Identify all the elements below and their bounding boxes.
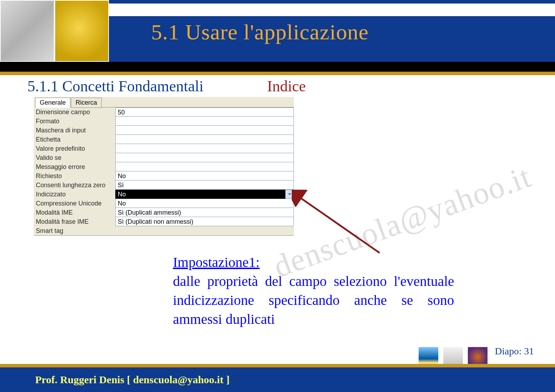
property-label: Consenti lunghezza zero xyxy=(34,181,115,190)
property-value[interactable]: Sì (Duplicati ammessi) xyxy=(115,208,294,217)
property-label: Valido se xyxy=(34,153,115,162)
property-row: IndicizzatoNo xyxy=(34,190,294,199)
diapo-number: 31 xyxy=(524,346,534,357)
explanation-body: dalle proprietà del campo seleziono l'ev… xyxy=(173,273,454,327)
diapo-label: Diapo: xyxy=(495,346,522,357)
tab-search[interactable]: Ricerca xyxy=(71,98,102,108)
property-label: Indicizzato xyxy=(34,190,115,199)
pane-tabs: Generale Ricerca xyxy=(34,97,294,107)
footer-blue-bar: Prof. Ruggeri Denis [ denscuola@yahoo.it… xyxy=(0,367,555,392)
property-label: Messaggio errore xyxy=(34,162,115,171)
header-gold-stripe xyxy=(0,72,555,75)
property-row: Smart tag xyxy=(34,226,294,235)
property-label: Compressione Unicode xyxy=(34,199,115,208)
property-value[interactable] xyxy=(115,135,294,144)
property-row: Maschera di input xyxy=(34,126,294,135)
property-row: Modalità IMESì (Duplicati ammessi) xyxy=(34,208,294,217)
property-row: Valido se xyxy=(34,153,294,162)
decor-image-a xyxy=(0,0,54,62)
property-value-empty xyxy=(115,226,294,235)
property-row: RichiestoNo xyxy=(34,171,294,181)
slide-number: Diapo: 31 xyxy=(495,346,534,357)
property-label: Valore predefinito xyxy=(34,144,115,153)
property-row: Consenti lunghezza zeroSì xyxy=(34,181,294,190)
field-property-pane: Generale Ricerca Dimensione campo50Forma… xyxy=(34,97,294,236)
property-value[interactable] xyxy=(115,126,294,135)
property-label: Modalità IME xyxy=(34,208,115,217)
tab-general[interactable]: Generale xyxy=(35,98,70,108)
property-value[interactable]: 50 xyxy=(115,107,294,117)
decor-image-b xyxy=(54,0,109,62)
property-row: Formato xyxy=(34,117,294,126)
property-value[interactable]: No xyxy=(115,171,294,181)
property-row: Messaggio errore xyxy=(34,162,294,171)
explanation-heading: Impostazione1: xyxy=(173,254,260,270)
slide-footer: Prof. Ruggeri Denis [ denscuola@yahoo.it… xyxy=(0,364,555,392)
property-row: Valore predefinito xyxy=(34,144,294,153)
footer-author: Prof. Ruggeri Denis [ denscuola@yahoo.it… xyxy=(35,374,230,386)
chevron-down-icon xyxy=(288,192,292,196)
section-title: 5.1.1 Concetti Fondamentali xyxy=(27,77,204,95)
header-blue-bar: 5.1 Usare l'applicazione xyxy=(0,16,555,62)
footer-gold-stripe xyxy=(0,364,555,367)
explanation-block: Impostazione1: dalle proprietà del campo… xyxy=(173,253,454,329)
property-value[interactable]: Sì (Duplicati non ammessi) xyxy=(115,217,294,226)
property-label: Maschera di input xyxy=(34,126,115,135)
property-value[interactable] xyxy=(115,153,294,162)
property-label: Smart tag xyxy=(34,226,115,235)
property-value[interactable] xyxy=(115,162,294,171)
property-rows: Dimensione campo50FormatoMaschera di inp… xyxy=(34,107,294,235)
svg-line-0 xyxy=(299,197,380,253)
property-value[interactable] xyxy=(115,144,294,153)
property-label: Formato xyxy=(34,117,115,126)
property-label: Etichetta xyxy=(34,135,115,144)
property-label: Dimensione campo xyxy=(34,107,115,117)
property-row: Modalità frase IMESì (Duplicati non amme… xyxy=(34,217,294,226)
slide-title: 5.1 Usare l'applicazione xyxy=(151,20,369,45)
property-row: Etichetta xyxy=(34,135,294,144)
property-label: Richiesto xyxy=(34,171,115,181)
callout-arrow xyxy=(292,190,387,260)
property-row: Dimensione campo50 xyxy=(34,107,294,117)
property-value[interactable] xyxy=(115,117,294,126)
property-row: Compressione UnicodeNo xyxy=(34,199,294,208)
slide-header: 5.1 Usare l'applicazione xyxy=(0,0,555,75)
header-dark-stripe xyxy=(0,62,555,72)
property-value[interactable]: Sì xyxy=(115,181,294,190)
tabs-filler xyxy=(102,97,294,107)
property-value[interactable]: No xyxy=(115,190,285,199)
index-link[interactable]: Indice xyxy=(267,77,306,95)
header-decor-images xyxy=(0,0,141,62)
property-value[interactable]: No xyxy=(115,199,294,208)
property-label: Modalità frase IME xyxy=(34,217,115,226)
